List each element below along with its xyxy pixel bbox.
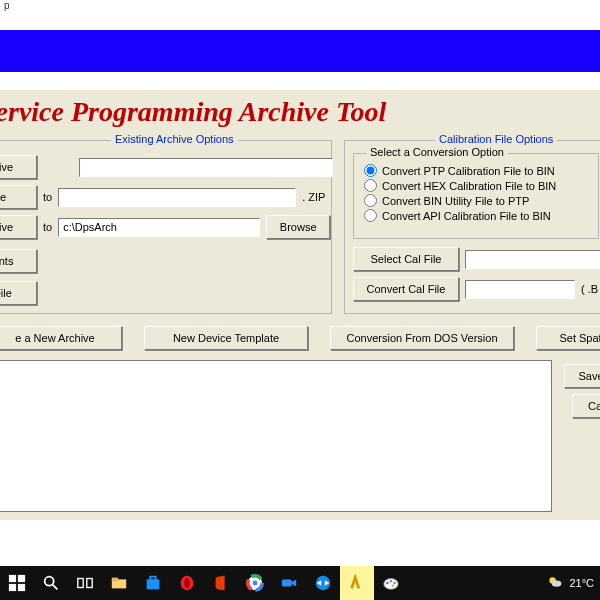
radio-ptp-to-bin[interactable]: Convert PTP Calibration File to BIN [364, 164, 556, 177]
archive-button-2[interactable]: e [0, 185, 37, 209]
to-label-2: to [43, 221, 52, 233]
svg-rect-2 [9, 584, 16, 591]
svg-rect-20 [282, 579, 292, 586]
radio-api-to-bin[interactable]: Convert API Calibration File to BIN [364, 209, 556, 222]
svg-line-5 [53, 585, 58, 590]
conversion-option-legend: Select a Conversion Option [366, 146, 508, 158]
conversion-option-group: Select a Conversion Option Convert PTP C… [353, 153, 599, 239]
new-archive-button[interactable]: e a New Archive [0, 326, 122, 350]
zoom-icon[interactable] [272, 566, 306, 600]
archive-path-field[interactable]: c:\DpsArch [58, 218, 260, 237]
svg-point-28 [552, 580, 562, 586]
svg-point-4 [45, 577, 54, 586]
search-icon[interactable] [34, 566, 68, 600]
archive-button-3[interactable]: hive [0, 215, 37, 239]
set-spat-default-button[interactable]: Set Spat Defaul [536, 326, 600, 350]
opera-icon[interactable] [170, 566, 204, 600]
chrome-icon[interactable] [238, 566, 272, 600]
svg-point-13 [184, 578, 189, 589]
radio-hex-to-bin[interactable]: Convert HEX Calibration File to BIN [364, 179, 556, 192]
windows-icon [8, 574, 26, 592]
paint-icon[interactable] [374, 566, 408, 600]
to-label-1: to [43, 191, 52, 203]
svg-point-26 [392, 585, 394, 587]
explorer-icon[interactable] [102, 566, 136, 600]
ext-label: ( .B [581, 283, 598, 295]
archive-field-1[interactable] [79, 158, 333, 177]
weather-temp[interactable]: 21°C [569, 577, 594, 589]
browse-button[interactable]: Browse [266, 215, 330, 239]
svg-point-25 [393, 582, 395, 584]
svg-point-24 [390, 580, 392, 582]
weather-icon[interactable] [547, 574, 563, 592]
menu-hint: p [4, 0, 10, 11]
calibration-legend: Calibration File Options [435, 133, 557, 145]
taskbar: 21°C [0, 566, 600, 600]
archive-button-1[interactable]: hive [0, 155, 37, 179]
existing-archive-legend: Existing Archive Options [111, 133, 238, 145]
svg-rect-6 [78, 579, 83, 588]
svg-rect-1 [18, 575, 25, 582]
svg-rect-9 [112, 578, 118, 582]
new-device-template-button[interactable]: New Device Template [144, 326, 308, 350]
save-button[interactable]: Save [564, 364, 600, 388]
start-button[interactable] [0, 566, 34, 600]
title-banner [0, 30, 600, 72]
taskview-icon[interactable] [68, 566, 102, 600]
convert-cal-file-button[interactable]: Convert Cal File [353, 277, 459, 301]
archive-field-2[interactable] [58, 188, 296, 207]
office-icon[interactable] [204, 566, 238, 600]
svg-point-23 [386, 582, 388, 584]
app-title: Service Programming Archive Tool [0, 96, 386, 128]
zip-label: . ZIP [302, 191, 325, 203]
contents-button[interactable]: ents [0, 249, 37, 273]
svg-rect-11 [150, 577, 155, 581]
teamviewer-icon[interactable] [306, 566, 340, 600]
cancel-button[interactable]: Ca [572, 394, 600, 418]
file-button[interactable]: File [0, 281, 37, 305]
radio-bin-to-ptp[interactable]: Convert BIN Utility File to PTP [364, 194, 556, 207]
calibration-group: Calibration File Options Select a Conver… [344, 140, 600, 314]
dos-conversion-button[interactable]: Conversion From DOS Version [330, 326, 514, 350]
select-cal-file-field[interactable] [465, 250, 600, 269]
store-icon[interactable] [136, 566, 170, 600]
select-cal-file-button[interactable]: Select Cal File [353, 247, 459, 271]
svg-rect-7 [87, 579, 92, 588]
existing-archive-group: Existing Archive Options hive e to . ZIP… [0, 140, 332, 314]
svg-rect-3 [18, 584, 25, 591]
svg-rect-0 [9, 575, 16, 582]
app-icon[interactable] [340, 566, 374, 600]
convert-cal-file-field[interactable] [465, 280, 575, 299]
log-textarea[interactable] [0, 360, 552, 512]
